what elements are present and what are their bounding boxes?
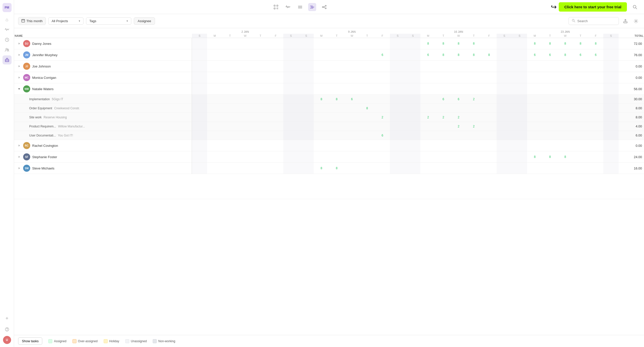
cell-natalie-day2[interactable]: [222, 83, 238, 95]
subtask-cell-natalie-3-day17[interactable]: 2: [451, 122, 466, 131]
subtask-cell-natalie-4-day27[interactable]: [603, 131, 619, 140]
subtask-cell-natalie-4-day4[interactable]: [253, 131, 268, 140]
user-name-cell-danny[interactable]: DJDanny Jones: [14, 38, 192, 49]
cell-monica-day3[interactable]: [238, 72, 253, 83]
cell-jennifer-day2[interactable]: [222, 49, 238, 61]
cell-natalie-day17[interactable]: [451, 83, 466, 95]
subtask-cell-natalie-2-day18[interactable]: [466, 113, 481, 122]
cell-steve-day12[interactable]: [375, 163, 390, 174]
subtask-cell-natalie-4-day21[interactable]: [512, 131, 527, 140]
cell-rachel-day5[interactable]: [268, 140, 284, 151]
sidebar-item-people[interactable]: [3, 45, 12, 54]
subtask-cell-natalie-1-day12[interactable]: [375, 104, 390, 113]
subtask-cell-natalie-1-day8[interactable]: [314, 104, 329, 113]
subtask-cell-natalie-2-day12[interactable]: 2: [375, 113, 390, 122]
subtask-cell-natalie-1-day16[interactable]: [436, 104, 451, 113]
subtask-cell-natalie-4-day15[interactable]: [420, 131, 436, 140]
sidebar-help-button[interactable]: [3, 325, 12, 334]
cell-rachel-day12[interactable]: [375, 140, 390, 151]
cell-rachel-day24[interactable]: [558, 140, 573, 151]
subtask-cell-natalie-2-day1[interactable]: [207, 113, 222, 122]
subtask-cell-natalie-2-day19[interactable]: [481, 113, 497, 122]
subtask-cell-natalie-1-day22[interactable]: [527, 104, 542, 113]
cell-natalie-day10[interactable]: [344, 83, 360, 95]
chevron-rachel[interactable]: [17, 144, 21, 148]
subtask-cell-natalie-3-day4[interactable]: [253, 122, 268, 131]
cell-joe-day16[interactable]: [436, 61, 451, 72]
cell-rachel-day16[interactable]: [436, 140, 451, 151]
subtask-cell-natalie-2-day14[interactable]: [405, 113, 421, 122]
topnav-flow-icon[interactable]: [320, 3, 328, 11]
cell-rachel-day11[interactable]: [359, 140, 375, 151]
cell-danny-day25[interactable]: 8: [573, 38, 588, 49]
subtask-cell-natalie-2-day4[interactable]: [253, 113, 268, 122]
cell-jennifer-day15[interactable]: 6: [420, 49, 436, 61]
free-trial-button[interactable]: Click here to start your free trial: [559, 2, 627, 12]
cell-monica-day11[interactable]: [359, 72, 375, 83]
cell-jennifer-day19[interactable]: 8: [481, 49, 497, 61]
cell-steve-day25[interactable]: [573, 163, 588, 174]
cell-stephanie-day16[interactable]: [436, 151, 451, 163]
cell-joe-day23[interactable]: [542, 61, 558, 72]
cell-joe-day2[interactable]: [222, 61, 238, 72]
export-button[interactable]: [621, 17, 629, 25]
cell-stephanie-day19[interactable]: [481, 151, 497, 163]
cell-monica-day23[interactable]: [542, 72, 558, 83]
cell-monica-day24[interactable]: [558, 72, 573, 83]
cell-joe-day24[interactable]: [558, 61, 573, 72]
subtask-cell-natalie-4-day5[interactable]: [268, 131, 284, 140]
chevron-monica[interactable]: [17, 76, 21, 80]
cell-steve-day1[interactable]: [207, 163, 222, 174]
subtask-cell-natalie-0-day23[interactable]: [542, 95, 558, 104]
cell-danny-day16[interactable]: 8: [436, 38, 451, 49]
cell-jennifer-day12[interactable]: 6: [375, 49, 390, 61]
user-name-cell-rachel[interactable]: RCRachel Covington: [14, 140, 192, 151]
cell-steve-day18[interactable]: [466, 163, 481, 174]
cell-natalie-day5[interactable]: [268, 83, 284, 95]
subtask-cell-natalie-2-day3[interactable]: [238, 113, 253, 122]
subtask-cell-natalie-0-day2[interactable]: [222, 95, 238, 104]
cell-jennifer-day0[interactable]: [192, 49, 207, 61]
cell-natalie-day8[interactable]: [314, 83, 329, 95]
cell-monica-day14[interactable]: [405, 72, 421, 83]
cell-stephanie-day0[interactable]: [192, 151, 207, 163]
subtask-cell-natalie-1-day5[interactable]: [268, 104, 284, 113]
cell-rachel-day22[interactable]: [527, 140, 542, 151]
cell-stephanie-day21[interactable]: [512, 151, 527, 163]
subtask-cell-natalie-3-day5[interactable]: [268, 122, 284, 131]
cell-steve-day14[interactable]: [405, 163, 421, 174]
cell-danny-day17[interactable]: 8: [451, 38, 466, 49]
cell-natalie-day22[interactable]: [527, 83, 542, 95]
subtask-cell-natalie-1-day18[interactable]: [466, 104, 481, 113]
cell-joe-day10[interactable]: [344, 61, 360, 72]
cell-monica-day5[interactable]: [268, 72, 284, 83]
cell-danny-day27[interactable]: [603, 38, 619, 49]
cell-stephanie-day8[interactable]: [314, 151, 329, 163]
cell-stephanie-day24[interactable]: 8: [558, 151, 573, 163]
cell-jennifer-day14[interactable]: [405, 49, 421, 61]
tags-dropdown[interactable]: Tags ▾: [86, 17, 131, 25]
subtask-cell-natalie-1-day13[interactable]: [390, 104, 405, 113]
subtask-cell-natalie-3-day10[interactable]: [344, 122, 360, 131]
cell-jennifer-day27[interactable]: [603, 49, 619, 61]
cell-joe-day1[interactable]: [207, 61, 222, 72]
cell-natalie-day12[interactable]: [375, 83, 390, 95]
cell-natalie-day0[interactable]: [192, 83, 207, 95]
settings-button[interactable]: [632, 17, 640, 25]
subtask-cell-natalie-1-day10[interactable]: [344, 104, 360, 113]
cell-rachel-day14[interactable]: [405, 140, 421, 151]
cell-jennifer-day23[interactable]: 6: [542, 49, 558, 61]
cell-steve-day19[interactable]: [481, 163, 497, 174]
subtask-cell-natalie-4-day9[interactable]: [329, 131, 344, 140]
user-name-cell-natalie[interactable]: NWNatalie Waters: [14, 83, 192, 95]
assignee-button[interactable]: Assignee: [134, 17, 155, 25]
subtask-cell-natalie-1-day1[interactable]: [207, 104, 222, 113]
cell-joe-day18[interactable]: [466, 61, 481, 72]
subtask-cell-natalie-1-day3[interactable]: [238, 104, 253, 113]
subtask-cell-natalie-3-day15[interactable]: [420, 122, 436, 131]
cell-natalie-day3[interactable]: [238, 83, 253, 95]
subtask-cell-natalie-1-day11[interactable]: 8: [359, 104, 375, 113]
app-logo[interactable]: PM: [3, 3, 12, 12]
subtask-cell-natalie-0-day0[interactable]: [192, 95, 207, 104]
cell-joe-day8[interactable]: [314, 61, 329, 72]
